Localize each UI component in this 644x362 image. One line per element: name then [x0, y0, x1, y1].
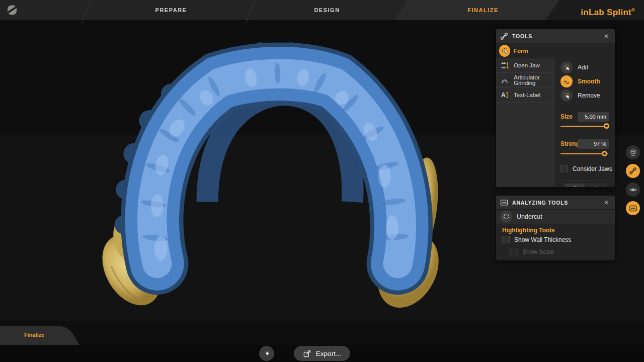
show-wall-thickness-label: Show Wall Thickness [514, 236, 571, 243]
analyzing-icon [629, 204, 637, 213]
mode-open-jaw[interactable]: Open Jaw [496, 58, 555, 73]
remove-brush-icon [560, 89, 573, 102]
mode-text-label[interactable]: A Text-Label [496, 88, 555, 103]
consider-jaws-label: Consider Jaws [573, 165, 612, 172]
analyzing-dock-button[interactable] [626, 201, 640, 215]
tools-dock-button[interactable] [626, 164, 640, 178]
export-icon [303, 349, 311, 358]
mode-open-jaw-label: Open Jaw [514, 63, 540, 68]
undercut-icon [500, 211, 512, 223]
show-scale-label: Show Scale [522, 248, 554, 255]
export-button[interactable]: Export... [294, 346, 350, 361]
tab-divider [246, 0, 257, 23]
tab-finalize[interactable]: FINALIZE [443, 0, 523, 20]
highlighting-tools-title: Highlighting Tools [502, 227, 554, 234]
inlab-splint-app: PREPARE DESIGN FINALIZE inLab Splint® TO… [0, 0, 644, 362]
size-slider[interactable] [560, 123, 608, 129]
undercut-label: Undercut [517, 213, 542, 220]
stage-tab-label: Finalize [24, 332, 44, 338]
strength-value[interactable]: 97 % [578, 139, 609, 149]
mode-articulator-grinding-label: Articulator Grinding [514, 75, 552, 86]
app-title: inLab Splint® [581, 0, 635, 20]
mode-articulator-grinding[interactable]: Articulator Grinding [496, 73, 555, 88]
show-wall-thickness-checkbox[interactable] [502, 236, 510, 243]
analyzing-tools-panel: ANALYZING TOOLS ✕ Undercut Highlighting … [496, 196, 615, 260]
form-icon [499, 45, 510, 56]
export-label: Export... [316, 350, 341, 357]
show-wall-thickness-row[interactable]: Show Wall Thickness [502, 236, 571, 243]
brush-remove-label: Remove [578, 92, 600, 99]
size-slider-track[interactable] [560, 126, 608, 127]
mode-form-label: Form [514, 48, 528, 54]
tools-panel: TOOLS ✕ Form [496, 29, 615, 187]
wrench-icon [629, 167, 637, 175]
add-brush-icon [560, 61, 573, 73]
tab-prepare[interactable]: PREPARE [131, 0, 211, 20]
size-slider-knob[interactable] [604, 123, 609, 129]
consider-jaws-checkbox-row[interactable]: Consider Jaws [560, 165, 612, 172]
show-scale-checkbox [510, 248, 518, 255]
smooth-brush-icon [560, 75, 573, 87]
top-navigation-bar: PREPARE DESIGN FINALIZE inLab Splint® [0, 0, 644, 20]
tools-panel-title: TOOLS [512, 33, 598, 39]
svg-text:A: A [501, 92, 506, 99]
analyzing-panel-header: ANALYZING TOOLS ✕ [496, 196, 615, 210]
stage-tab-finalize[interactable]: Finalize [0, 326, 82, 345]
analyzing-close-icon[interactable]: ✕ [602, 198, 611, 207]
size-label: Size [560, 113, 573, 120]
tool-mode-column: Form Open Jaw [496, 43, 555, 187]
tools-panel-header: TOOLS ✕ [496, 29, 615, 43]
open-jaw-icon [499, 60, 510, 71]
strength-slider[interactable] [560, 151, 608, 156]
tools-close-icon[interactable]: ✕ [602, 32, 611, 41]
strength-slider-knob[interactable] [602, 151, 607, 156]
tab-design[interactable]: DESIGN [287, 0, 367, 20]
mode-text-label-label: Text-Label [514, 93, 540, 98]
redo-button[interactable]: ↷ [587, 184, 607, 187]
back-button[interactable] [259, 346, 274, 361]
back-arrow-icon [263, 350, 270, 357]
eye-icon [629, 186, 637, 194]
analyzing-panel-title: ANALYZING TOOLS [512, 200, 598, 206]
side-dock [626, 145, 640, 220]
strength-slider-track[interactable] [560, 153, 608, 154]
brush-smooth[interactable]: Smooth [560, 74, 600, 88]
undercut-item[interactable]: Undercut [496, 210, 615, 224]
text-label-icon: A [499, 89, 510, 101]
mode-form[interactable]: Form [496, 43, 555, 58]
history-divider [560, 180, 609, 180]
articulator-grinding-icon [499, 75, 510, 86]
wrench-icon [500, 32, 508, 40]
tab-divider [82, 0, 93, 23]
analyzing-icon [500, 199, 508, 207]
registered-mark: ® [631, 8, 635, 13]
visibility-button[interactable] [626, 183, 640, 197]
brush-add-label: Add [578, 64, 588, 71]
brush-remove[interactable]: Remove [560, 88, 600, 103]
consider-jaws-checkbox[interactable] [560, 165, 568, 172]
cube-icon [629, 148, 637, 157]
brush-smooth-label: Smooth [578, 78, 600, 85]
size-value[interactable]: 5.00 mm [578, 112, 609, 122]
show-scale-row: Show Scale [510, 248, 554, 255]
sirona-logo-icon [6, 4, 18, 16]
view-cube-button[interactable] [626, 145, 640, 159]
bottom-bar: Export... [0, 345, 644, 362]
brush-add[interactable]: Add [560, 60, 588, 74]
undo-button[interactable]: ↶ [565, 184, 585, 187]
tools-panel-body: Form Open Jaw [496, 43, 615, 187]
